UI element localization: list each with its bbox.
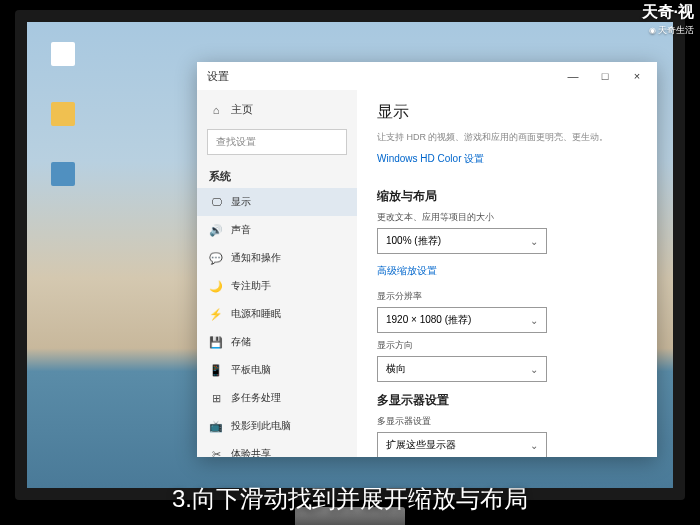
nav-label: 多任务处理 bbox=[231, 391, 281, 405]
nav-icon: 🔊 bbox=[209, 223, 223, 237]
sidebar-item-1[interactable]: 🔊声音 bbox=[197, 216, 357, 244]
nav-label: 体验共享 bbox=[231, 447, 271, 457]
home-nav[interactable]: ⌂ 主页 bbox=[197, 96, 357, 123]
nav-icon: ⚡ bbox=[209, 307, 223, 321]
close-button[interactable]: × bbox=[621, 64, 653, 88]
sidebar-item-3[interactable]: 🌙专注助手 bbox=[197, 272, 357, 300]
maximize-button[interactable]: □ bbox=[589, 64, 621, 88]
sidebar-item-8[interactable]: 📺投影到此电脑 bbox=[197, 412, 357, 440]
sidebar-item-0[interactable]: 🖵显示 bbox=[197, 188, 357, 216]
scale-dropdown[interactable]: 100% (推荐) bbox=[377, 228, 547, 254]
nav-icon: 💾 bbox=[209, 335, 223, 349]
video-caption: 3.向下滑动找到并展开缩放与布局 bbox=[0, 483, 700, 515]
sidebar: ⌂ 主页 查找设置 系统 🖵显示🔊声音💬通知和操作🌙专注助手⚡电源和睡眠💾存储📱… bbox=[197, 90, 357, 457]
hdr-description: 让支持 HDR 的视频、游戏和应用的画面更明亮、更生动。 bbox=[377, 131, 637, 144]
nav-icon: ✂ bbox=[209, 447, 223, 457]
orientation-label: 显示方向 bbox=[377, 339, 637, 352]
nav-label: 显示 bbox=[231, 195, 251, 209]
sidebar-item-9[interactable]: ✂体验共享 bbox=[197, 440, 357, 457]
watermark-sub: 天奇生活 bbox=[649, 24, 694, 37]
nav-label: 通知和操作 bbox=[231, 251, 281, 265]
multi-dropdown[interactable]: 扩展这些显示器 bbox=[377, 432, 547, 457]
sidebar-item-4[interactable]: ⚡电源和睡眠 bbox=[197, 300, 357, 328]
sidebar-item-7[interactable]: ⊞多任务处理 bbox=[197, 384, 357, 412]
settings-window: 设置 — □ × ⌂ 主页 查找设置 系统 🖵显示🔊声音💬通知和操作 bbox=[197, 62, 657, 457]
nav-label: 电源和睡眠 bbox=[231, 307, 281, 321]
home-icon: ⌂ bbox=[209, 103, 223, 117]
content-area[interactable]: 显示 让支持 HDR 的视频、游戏和应用的画面更明亮、更生动。 Windows … bbox=[357, 90, 657, 457]
sidebar-item-2[interactable]: 💬通知和操作 bbox=[197, 244, 357, 272]
window-title: 设置 bbox=[207, 69, 229, 84]
multi-label: 多显示器设置 bbox=[377, 415, 637, 428]
sidebar-item-6[interactable]: 📱平板电脑 bbox=[197, 356, 357, 384]
nav-icon: 🌙 bbox=[209, 279, 223, 293]
search-input[interactable]: 查找设置 bbox=[207, 129, 347, 155]
category-label: 系统 bbox=[197, 161, 357, 188]
multi-section-title: 多显示器设置 bbox=[377, 392, 637, 409]
nav-label: 专注助手 bbox=[231, 279, 271, 293]
nav-icon: 💬 bbox=[209, 251, 223, 265]
hdr-link[interactable]: Windows HD Color 设置 bbox=[377, 152, 484, 166]
scale-label: 更改文本、应用等项目的大小 bbox=[377, 211, 637, 224]
home-label: 主页 bbox=[231, 102, 253, 117]
orientation-dropdown[interactable]: 横向 bbox=[377, 356, 547, 382]
nav-label: 投影到此电脑 bbox=[231, 419, 291, 433]
nav-label: 声音 bbox=[231, 223, 251, 237]
minimize-button[interactable]: — bbox=[557, 64, 589, 88]
desktop-pc-icon[interactable] bbox=[47, 162, 79, 188]
resolution-dropdown[interactable]: 1920 × 1080 (推荐) bbox=[377, 307, 547, 333]
sidebar-item-5[interactable]: 💾存储 bbox=[197, 328, 357, 356]
nav-icon: 🖵 bbox=[209, 195, 223, 209]
nav-label: 平板电脑 bbox=[231, 363, 271, 377]
watermark-main: 天奇·视 bbox=[642, 2, 694, 23]
desktop-folder-icon[interactable] bbox=[47, 102, 79, 128]
nav-label: 存储 bbox=[231, 335, 251, 349]
desktop-file-icon[interactable] bbox=[47, 42, 79, 68]
nav-icon: ⊞ bbox=[209, 391, 223, 405]
nav-icon: 📺 bbox=[209, 419, 223, 433]
titlebar: 设置 — □ × bbox=[197, 62, 657, 90]
advanced-scale-link[interactable]: 高级缩放设置 bbox=[377, 264, 437, 278]
page-title: 显示 bbox=[377, 102, 637, 123]
resolution-label: 显示分辨率 bbox=[377, 290, 637, 303]
scale-section-title: 缩放与布局 bbox=[377, 188, 637, 205]
nav-icon: 📱 bbox=[209, 363, 223, 377]
